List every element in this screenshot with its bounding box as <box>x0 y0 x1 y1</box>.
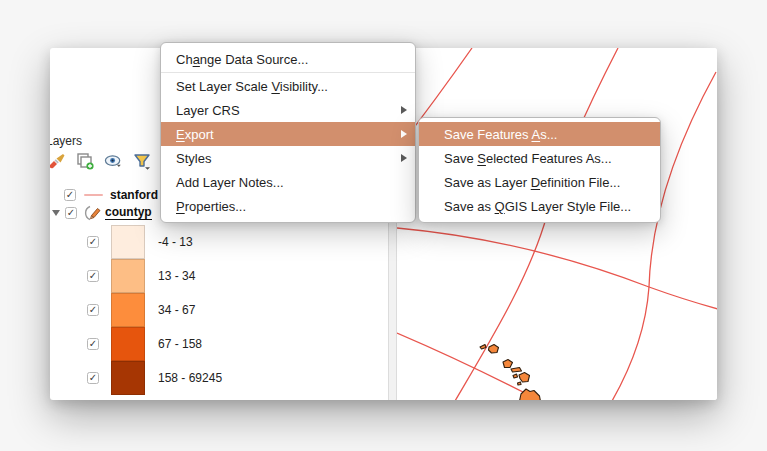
menu-item-save-as-qgis-layer-style-file[interactable]: Save as QGIS Layer Style File... <box>419 194 660 218</box>
layer-name[interactable]: stanford <box>110 188 158 202</box>
layer-styling-brush-icon[interactable] <box>50 151 66 171</box>
island-lanai <box>513 374 518 378</box>
legend-class-swatch <box>111 361 145 395</box>
island-kahoolawe <box>518 382 522 385</box>
menu-item-change-data-source[interactable]: Change Data Source... <box>161 47 415 71</box>
island-maui <box>519 373 530 383</box>
menu-separator <box>161 72 415 73</box>
screenshot-stage: Layers <box>0 0 767 451</box>
layer-checkbox[interactable]: ✓ <box>65 207 77 219</box>
island-hawaii <box>520 389 542 400</box>
hawaii-islands <box>480 345 541 401</box>
graticule-line <box>397 228 717 309</box>
collapse-triangle-icon[interactable] <box>52 210 60 216</box>
legend-class-checkbox[interactable]: ✓ <box>87 338 99 350</box>
legend-class-swatch <box>111 327 145 361</box>
menu-item-set-layer-scale-visibility[interactable]: Set Layer Scale Visibility... <box>161 74 415 98</box>
layer-row-countyp[interactable]: ✓ countyp <box>50 204 152 221</box>
legend-class-checkbox[interactable]: ✓ <box>87 372 99 384</box>
layer-checkbox[interactable]: ✓ <box>64 189 76 201</box>
submenu-arrow-icon <box>401 130 407 138</box>
manage-map-themes-icon[interactable] <box>104 151 124 171</box>
island-molokai <box>511 368 522 373</box>
legend-class-checkbox[interactable]: ✓ <box>87 304 99 316</box>
legend-class-label: 158 - 69245 <box>158 371 222 385</box>
filter-legend-icon[interactable] <box>133 151 153 171</box>
submenu-arrow-icon <box>401 154 407 162</box>
map-canvas[interactable] <box>397 48 717 400</box>
layer-row-stanford[interactable]: ✓ stanford <box>64 186 158 203</box>
menu-item-export[interactable]: Export <box>161 122 415 146</box>
legend-class-label: 34 - 67 <box>158 303 195 317</box>
island-oahu <box>503 360 513 368</box>
layers-panel-title: Layers <box>50 134 82 148</box>
submenu-arrow-icon <box>401 106 407 114</box>
map-graticule-and-features <box>397 48 717 400</box>
legend-class-label: 13 - 34 <box>158 269 195 283</box>
menu-item-save-as-layer-definition-file[interactable]: Save as Layer Definition File... <box>419 170 660 194</box>
island-niihau <box>480 345 486 350</box>
export-submenu: Save Features As... Save Selected Featur… <box>418 117 661 223</box>
legend-class-swatch <box>111 293 145 327</box>
menu-item-save-features-as[interactable]: Save Features As... <box>419 122 660 146</box>
menu-item-save-selected-features-as[interactable]: Save Selected Features As... <box>419 146 660 170</box>
line-symbol-swatch <box>84 194 103 196</box>
menu-item-layer-crs[interactable]: Layer CRS <box>161 98 415 122</box>
graticule-line <box>455 48 618 400</box>
legend-class-label: 67 - 158 <box>158 337 202 351</box>
add-group-icon[interactable] <box>75 151 95 171</box>
legend-class-checkbox[interactable]: ✓ <box>87 270 99 282</box>
edit-pencil-indicator-icon <box>84 205 101 221</box>
menu-item-properties[interactable]: Properties... <box>161 194 415 218</box>
legend-class-swatch <box>111 225 145 259</box>
legend-class-swatch <box>111 259 145 293</box>
island-kauai <box>489 345 499 354</box>
layer-name[interactable]: countyp <box>105 205 152 220</box>
legend-class-checkbox[interactable]: ✓ <box>87 236 99 248</box>
legend-class-label: -4 - 13 <box>158 235 193 249</box>
layer-context-menu: Change Data Source... Set Layer Scale Vi… <box>160 42 416 223</box>
menu-item-styles[interactable]: Styles <box>161 146 415 170</box>
menu-item-add-layer-notes[interactable]: Add Layer Notes... <box>161 170 415 194</box>
